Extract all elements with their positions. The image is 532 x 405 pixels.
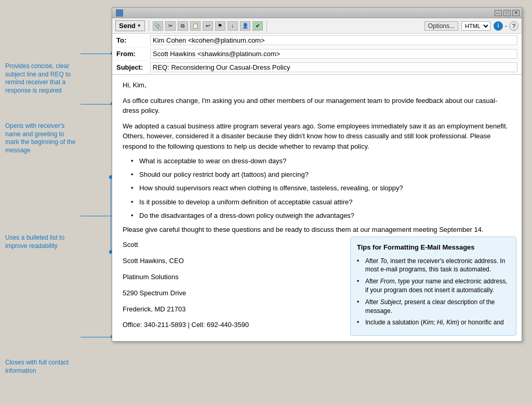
close-button[interactable]: ✕ (512, 10, 520, 16)
toolbar-divider-2 (267, 21, 267, 31)
tips-item-3: • After Subject, present a clear descrip… (357, 298, 510, 316)
to-label: To: (116, 36, 150, 44)
from-row: From: Scott Hawkins <shawkins@platinum.c… (112, 47, 522, 61)
body-para1: As office cultures change, I'm asking yo… (123, 96, 513, 116)
from-label: From: (116, 50, 150, 58)
bullet-dot-1: • (131, 156, 136, 166)
annotation-line-1 (81, 54, 113, 54)
check-icon[interactable]: ✔ (252, 21, 263, 31)
bullet-item-3: • How should supervisors react when clot… (131, 184, 513, 193)
minimize-button[interactable]: — (495, 10, 502, 16)
annotation-line-4 (81, 337, 113, 337)
format-select[interactable]: HTML (461, 21, 490, 31)
bullet-dot-3: • (131, 184, 136, 193)
window-titlebar: — □ ✕ (112, 8, 522, 18)
cut-icon[interactable]: ✂ (165, 21, 176, 31)
options-button[interactable]: Options... (424, 21, 458, 31)
send-dropdown-icon: ▼ (137, 23, 141, 28)
undo-icon[interactable]: ↩ (203, 21, 213, 31)
restore-button[interactable]: □ (503, 10, 511, 16)
tips-title: Tips for Formatting E-Mail Messages (357, 242, 510, 253)
bullet-dot-2: • (131, 170, 136, 179)
bullet-item-2: • Should our policy restrict body art (t… (131, 170, 513, 179)
tip-dot-3: • (357, 298, 362, 316)
info-icon[interactable]: i (494, 21, 503, 31)
tips-item-2: • After From, type your name and electro… (357, 277, 510, 295)
annotation-3: Uses a bulleted list to improve readabil… (5, 234, 78, 250)
bullet-text-1: What is acceptable to wear on dress-down… (139, 156, 286, 166)
tip-text-3: After Subject, present a clear descripti… (365, 298, 510, 316)
bullet-dot-4: • (131, 198, 136, 207)
body-para2: We adopted a casual business attire prog… (123, 121, 513, 152)
from-value[interactable]: Scott Hawkins <shawkins@platinum.com> (150, 49, 517, 59)
email-body: Hi, Kim, As office cultures change, I'm … (112, 75, 522, 341)
subject-row: Subject: REQ: Reconsidering Our Casual-D… (112, 61, 522, 74)
flag-icon[interactable]: ⚑ (215, 21, 225, 31)
tip-text-2: After From, type your name and electroni… (365, 277, 510, 295)
help-icon[interactable]: ? (509, 21, 518, 31)
email-toolbar: Send ▼ 📎 ✂ ⧉ 📋 ↩ ⚑ ↓ 👤 ✔ Options... HTML… (112, 18, 522, 34)
to-row: To: Kim Cohen <kcohen@platinum.com> (112, 34, 522, 47)
down-icon[interactable]: ↓ (228, 21, 238, 31)
bullet-text-4: Is it possible to develop a uniform defi… (139, 198, 352, 207)
bullet-item-5: • Do the disadvantages of a dress-down p… (131, 211, 513, 220)
attach-icon[interactable]: 📎 (153, 21, 163, 31)
tip-dot-1: • (357, 257, 362, 275)
address-icon[interactable]: 👤 (240, 21, 250, 31)
bullet-text-3: How should supervisors react when clothi… (139, 184, 403, 193)
closing-para: Please give careful thought to these que… (123, 225, 513, 235)
annotation-4: Closes with full contact information (5, 359, 78, 375)
bullet-dot-5: • (131, 211, 136, 220)
tips-list: • After To, insert the receiver's electr… (357, 257, 510, 328)
toolbar-dash: - (505, 22, 507, 30)
tip-dot-4: • (357, 318, 362, 327)
send-button[interactable]: Send ▼ (115, 20, 145, 31)
annotation-vline-3 (111, 177, 111, 252)
email-window-icon (116, 9, 123, 17)
bullet-list: • What is acceptable to wear on dress-do… (131, 156, 513, 220)
subject-value[interactable]: REQ: Reconsidering Our Casual-Dress Poli… (150, 62, 517, 72)
tips-item-4: • Include a salutation (Kim; Hi, Kim) or… (357, 318, 510, 327)
bullet-item-1: • What is acceptable to wear on dress-do… (131, 156, 513, 166)
toolbar-divider-1 (149, 21, 149, 31)
to-value[interactable]: Kim Cohen <kcohen@platinum.com> (150, 35, 517, 45)
subject-label: Subject: (116, 63, 150, 71)
bullet-text-5: Do the disadvantages of a dress-down pol… (139, 211, 354, 220)
bullet-item-4: • Is it possible to develop a uniform de… (131, 198, 513, 207)
paste-icon[interactable]: 📋 (190, 21, 201, 31)
tip-dot-2: • (357, 277, 362, 295)
tip-text-4: Include a salutation (Kim; Hi, Kim) or h… (365, 318, 504, 327)
annotation-line-2 (81, 104, 113, 104)
bullet-text-2: Should our policy restrict body art (tat… (139, 170, 309, 179)
copy-icon[interactable]: ⧉ (178, 21, 188, 31)
email-window: — □ ✕ Send ▼ 📎 ✂ ⧉ 📋 ↩ ⚑ ↓ 👤 ✔ Options..… (112, 7, 522, 342)
annotation-line-3 (81, 216, 113, 216)
tips-box: Tips for Formatting E-Mail Messages • Af… (350, 237, 516, 336)
annotation-1: Provides concise, clear subject line and… (5, 62, 78, 95)
tip-text-1: After To, insert the receiver's electron… (365, 257, 510, 275)
annotation-2: Opens with receiver's name and greeting … (5, 122, 78, 154)
email-headers: To: Kim Cohen <kcohen@platinum.com> From… (112, 34, 522, 75)
tips-item-1: • After To, insert the receiver's electr… (357, 257, 510, 275)
send-label: Send (119, 22, 136, 30)
greeting: Hi, Kim, (123, 80, 513, 90)
